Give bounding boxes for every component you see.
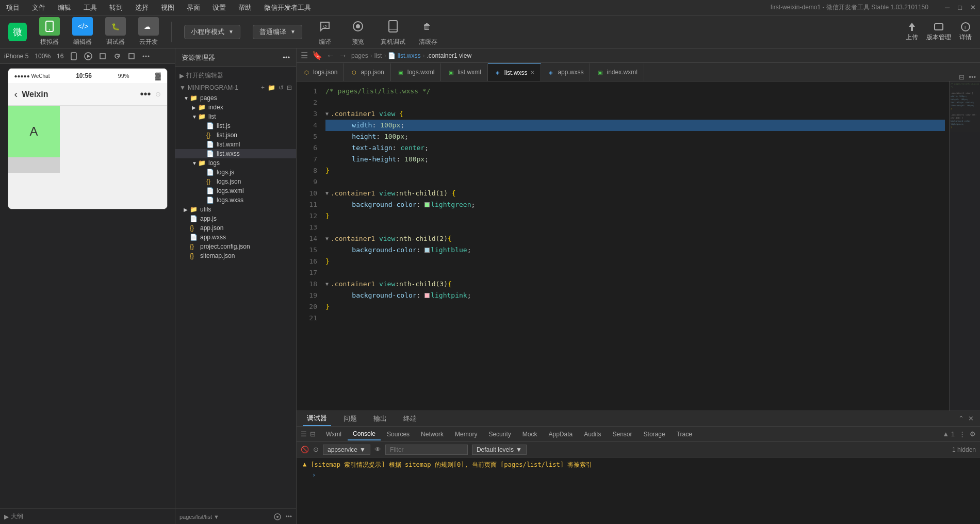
breadcrumb-pages[interactable]: pages [351, 52, 368, 59]
tree-item-project-config[interactable]: {} project.config.json [175, 242, 296, 251]
bookmark-icon[interactable]: 🔖 [312, 51, 322, 60]
nav-back-icon[interactable]: ← [326, 51, 335, 60]
log-prompt[interactable]: › [303, 470, 974, 479]
project-header[interactable]: ▼ MINIPROGRAM-1 + 📁 ↺ ⊟ [175, 82, 296, 93]
bottom-minimize-icon[interactable]: ⌃ [958, 415, 964, 422]
window-close[interactable]: ✕ [970, 4, 976, 11]
menu-settings[interactable]: 设置 [210, 2, 228, 13]
devtools-tab-storage[interactable]: Storage [639, 429, 671, 440]
bottom-tab-terminal[interactable]: 终端 [399, 412, 421, 425]
simulator-button[interactable]: 模拟器 [39, 17, 60, 46]
tab-logs-json[interactable]: ⬡ logs.json [297, 63, 344, 81]
devtools-tab-sources[interactable]: Sources [382, 429, 415, 440]
devtools-tab-security[interactable]: Security [483, 429, 516, 440]
nav-dots[interactable]: ••• [140, 88, 151, 100]
compile-dropdown[interactable]: 普通编译 ▼ [253, 25, 302, 39]
more-icon[interactable] [142, 52, 150, 60]
devtools-tab-mock[interactable]: Mock [517, 429, 543, 440]
code-editor[interactable]: /* pages/list/list.wxss */ ▼ .container1… [321, 81, 949, 411]
tree-item-logs-folder[interactable]: ▼ 📁 logs [175, 158, 296, 168]
clean-button[interactable]: 🗑 清缓存 [418, 17, 438, 46]
tab-list-wxss[interactable]: ◈ list.wxss ✕ [488, 63, 542, 81]
breadcrumb-selector[interactable]: .container1 view [427, 52, 471, 59]
devtools-settings-gear[interactable]: ⚙ [970, 430, 976, 438]
devtools-tab-network[interactable]: Network [416, 429, 449, 440]
console-clear-icon[interactable]: 🚫 [301, 446, 309, 453]
collapse-tree-icon[interactable]: ⊟ [287, 84, 292, 91]
tab-app-json[interactable]: ⬡ app.json [344, 63, 390, 81]
tab-close-list-wxss[interactable]: ✕ [530, 70, 534, 75]
appservice-dropdown[interactable]: appservice ▼ [323, 445, 370, 455]
devtools-settings-icon[interactable]: ☰ [301, 430, 307, 438]
console-eye-icon[interactable]: 👁 [374, 446, 381, 453]
menu-file[interactable]: 文件 [30, 2, 47, 13]
tree-item-index[interactable]: ▶ 📁 index [175, 103, 296, 112]
debugger-button[interactable]: 🐛 调试器 [105, 17, 126, 46]
bottom-close-icon[interactable]: ✕ [968, 415, 974, 422]
new-file-icon[interactable]: + [261, 84, 265, 91]
bottom-tab-output[interactable]: 输出 [369, 412, 391, 425]
open-editors-header[interactable]: ▶ 打开的编辑器 [175, 69, 296, 82]
tree-item-list-wxml[interactable]: 📄 list.wxml [175, 140, 296, 149]
detail-button[interactable]: i 详情 [959, 22, 972, 42]
new-folder-icon[interactable]: 📁 [268, 84, 275, 91]
devtools-tab-memory[interactable]: Memory [450, 429, 482, 440]
filetree-more-btn[interactable]: ••• [285, 513, 292, 520]
filetree-more[interactable]: ••• [283, 54, 290, 61]
menu-edit[interactable]: 编辑 [56, 2, 73, 13]
bottom-tab-problems[interactable]: 问题 [339, 412, 361, 425]
tree-item-app-js[interactable]: 📄 app.js [175, 214, 296, 223]
tab-list-wxml[interactable]: ▣ list.wxml [441, 63, 487, 81]
bottom-tab-debugger[interactable]: 调试器 [303, 412, 331, 426]
refresh-tree-icon[interactable]: ↺ [279, 84, 284, 91]
devtools-tab-console[interactable]: Console [348, 428, 381, 440]
breadcrumb-file[interactable]: 📄 list.wxss [388, 52, 420, 59]
split-editor-icon[interactable]: ⊟ [959, 73, 965, 81]
menu-tools[interactable]: 工具 [81, 2, 99, 13]
menu-select[interactable]: 选择 [133, 2, 151, 13]
tree-item-logs-wxss[interactable]: 📄 logs.wxss [175, 195, 296, 205]
devtools-tab-audits[interactable]: Audits [579, 429, 606, 440]
fold-icon-3[interactable]: ▼ [325, 108, 329, 120]
version-button[interactable]: 版本管理 [926, 22, 951, 42]
tree-item-list-js[interactable]: 📄 list.js [175, 121, 296, 130]
compile-button[interactable]: ↺ 编译 [315, 17, 335, 46]
nav-forward-icon[interactable]: → [339, 51, 347, 60]
sidebar-toggle-icon[interactable]: ☰ [301, 51, 308, 60]
tree-item-app-wxss[interactable]: 📄 app.wxss [175, 233, 296, 242]
editor-button[interactable]: </> 编辑器 [72, 17, 93, 46]
tree-item-sitemap[interactable]: {} sitemap.json [175, 251, 296, 260]
preview-bottom-icon[interactable] [274, 513, 281, 520]
devtools-tab-appdata[interactable]: AppData [543, 429, 578, 440]
breadcrumb-list[interactable]: list [374, 52, 382, 59]
window-maximize[interactable]: □ [958, 4, 962, 11]
real-device-button[interactable]: 真机调试 [381, 17, 405, 46]
levels-dropdown[interactable]: Default levels ▼ [472, 445, 527, 455]
devtools-tab-trace[interactable]: Trace [672, 429, 697, 440]
more-tabs-icon[interactable]: ••• [969, 73, 976, 81]
tree-item-logs-js[interactable]: 📄 logs.js [175, 168, 296, 177]
devtools-more-icon[interactable]: ⋮ [959, 430, 966, 438]
fold-icon-10[interactable]: ▼ [325, 188, 329, 199]
stop-icon[interactable] [99, 52, 107, 60]
tree-item-logs-json[interactable]: {} logs.json [175, 177, 296, 186]
menu-help[interactable]: 帮助 [236, 2, 254, 13]
mode-dropdown[interactable]: 小程序模式 ▼ [184, 25, 240, 39]
filter-input[interactable] [385, 445, 468, 455]
console-preserve-icon[interactable]: ⊙ [313, 446, 319, 453]
cloud-button[interactable]: ☁ 云开发 [138, 17, 159, 46]
preview-button[interactable]: 预览 [348, 17, 368, 46]
play-icon[interactable] [84, 52, 92, 60]
refresh-icon[interactable] [113, 52, 121, 60]
tree-item-app-json[interactable]: {} app.json [175, 223, 296, 233]
tab-index-wxml[interactable]: ▣ index.wxml [590, 63, 644, 81]
fold-icon-14[interactable]: ▼ [325, 233, 329, 244]
tree-item-utils[interactable]: ▶ 📁 utils [175, 205, 296, 214]
upload-button[interactable]: 上传 [906, 22, 918, 42]
tab-app-wxss[interactable]: ◈ app.wxss [541, 63, 590, 81]
menu-interface[interactable]: 界面 [185, 2, 202, 13]
menu-goto[interactable]: 转到 [107, 2, 125, 13]
tree-item-list-wxss[interactable]: 📄 list.wxss [175, 149, 296, 158]
menu-project[interactable]: 项目 [4, 2, 22, 13]
tree-item-pages[interactable]: ▼ 📁 pages [175, 93, 296, 103]
